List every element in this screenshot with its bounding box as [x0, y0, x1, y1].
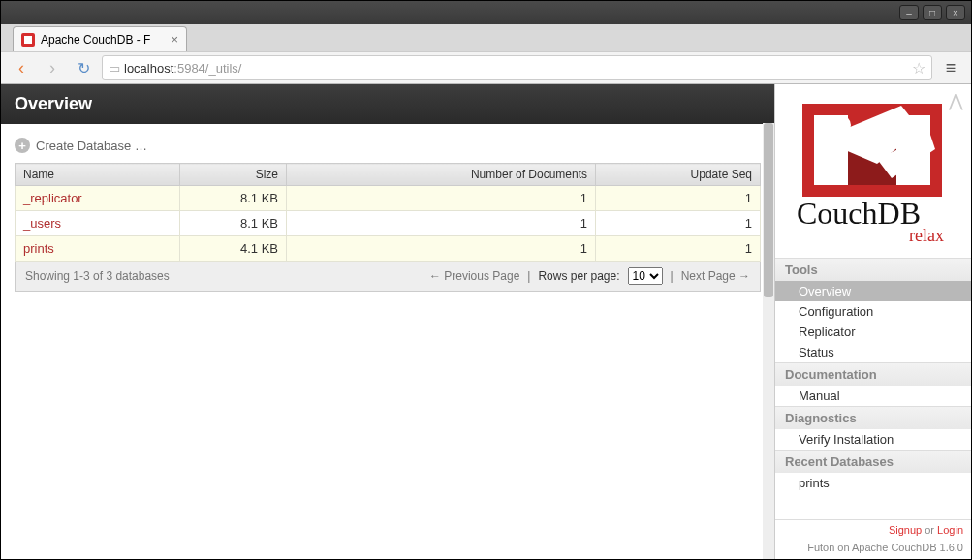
- sidebar-section-tools: Tools: [775, 258, 971, 281]
- db-size: 8.1 KB: [180, 186, 287, 211]
- collapse-sidebar-icon[interactable]: ⋀: [949, 90, 963, 111]
- auth-or: or: [922, 524, 937, 536]
- sidebar-section-diagnostics: Diagnostics: [775, 406, 971, 429]
- rows-per-page-label: Rows per page:: [538, 269, 619, 283]
- sidebar-section-recent: Recent Databases: [775, 450, 971, 473]
- table-row: _users 8.1 KB 1 1: [16, 211, 761, 236]
- db-docs: 1: [287, 211, 596, 236]
- reload-button[interactable]: ↻: [71, 55, 96, 80]
- sidebar-item-verify[interactable]: Verify Installation: [775, 429, 971, 450]
- col-seq[interactable]: Update Seq: [596, 164, 761, 186]
- rows-per-page-select[interactable]: 10: [628, 267, 663, 285]
- forward-button[interactable]: ›: [40, 55, 65, 80]
- main-body: + Create Database … Name Size Number of …: [1, 124, 774, 305]
- url-path: :5984/_utils/: [173, 61, 241, 76]
- table-header-row: Name Size Number of Documents Update Seq: [16, 164, 761, 186]
- url-host: localhost: [124, 61, 173, 76]
- browser-menu-button[interactable]: ≡: [938, 55, 963, 80]
- content: Overview + Create Database … Name Size N…: [1, 84, 971, 559]
- create-database-link[interactable]: + Create Database …: [15, 138, 761, 153]
- sidebar-item-status[interactable]: Status: [775, 342, 971, 362]
- page-icon: ▭: [109, 61, 120, 76]
- sidebar-section-documentation: Documentation: [775, 362, 971, 386]
- window-minimize-button[interactable]: –: [899, 5, 919, 20]
- tab-favicon-icon: [21, 33, 35, 47]
- os-titlebar: – □ ×: [1, 1, 971, 24]
- database-table: Name Size Number of Documents Update Seq…: [15, 163, 761, 262]
- create-database-label: Create Database …: [36, 139, 147, 153]
- window-close-button[interactable]: ×: [946, 5, 965, 20]
- sidebar-auth-footer: Signup or Login: [775, 519, 971, 540]
- signup-link[interactable]: Signup: [889, 524, 922, 536]
- sidebar-items-diagnostics: Verify Installation: [775, 429, 971, 450]
- sidebar-version: Futon on Apache CouchDB 1.6.0: [775, 540, 971, 559]
- svg-text:relax: relax: [909, 226, 944, 245]
- sidebar-item-replicator[interactable]: Replicator: [775, 322, 971, 342]
- login-link[interactable]: Login: [937, 524, 963, 536]
- couchdb-logo-icon: CouchDB relax: [785, 96, 959, 251]
- sidebar-items-documentation: Manual: [775, 386, 971, 406]
- db-seq: 1: [596, 236, 761, 262]
- col-size[interactable]: Size: [180, 164, 287, 186]
- tab-title: Apache CouchDB - F: [41, 33, 150, 47]
- showing-count: Showing 1-3 of 3 databases: [25, 269, 170, 283]
- next-page-link[interactable]: Next Page →: [681, 269, 750, 283]
- svg-text:CouchDB: CouchDB: [797, 196, 921, 231]
- sidebar-item-configuration[interactable]: Configuration: [775, 301, 971, 322]
- main-area: Overview + Create Database … Name Size N…: [1, 84, 775, 559]
- table-row: _replicator 8.1 KB 1 1: [16, 186, 761, 211]
- back-button[interactable]: ‹: [9, 55, 34, 80]
- scrollbar-thumb[interactable]: [764, 123, 773, 297]
- plus-icon: +: [15, 138, 30, 153]
- db-seq: 1: [596, 186, 761, 211]
- tab-close-icon[interactable]: ×: [171, 32, 178, 47]
- browser-tab[interactable]: Apache CouchDB - F ×: [13, 26, 187, 51]
- pager: ← Previous Page | Rows per page: 10 | Ne…: [429, 267, 750, 285]
- table-footer: Showing 1-3 of 3 databases ← Previous Pa…: [15, 262, 761, 292]
- db-docs: 1: [287, 186, 596, 211]
- sidebar-items-recent: prints: [775, 473, 971, 493]
- separator: |: [527, 269, 530, 283]
- sidebar: ⋀ CouchDB relax Tools Overview Configura…: [775, 84, 971, 559]
- db-size: 8.1 KB: [180, 211, 287, 236]
- browser-toolbar: ‹ › ↻ ▭ localhost:5984/_utils/ ☆ ≡: [1, 51, 971, 84]
- couchdb-logo[interactable]: CouchDB relax: [775, 84, 971, 258]
- separator: |: [671, 269, 674, 283]
- page-title: Overview: [1, 84, 774, 124]
- sidebar-item-recent-prints[interactable]: prints: [775, 473, 971, 493]
- main-scrollbar[interactable]: [763, 123, 774, 559]
- col-docs[interactable]: Number of Documents: [287, 164, 596, 186]
- db-link[interactable]: _replicator: [23, 191, 82, 205]
- db-link[interactable]: prints: [23, 241, 54, 256]
- prev-page-link[interactable]: ← Previous Page: [429, 269, 519, 283]
- sidebar-item-manual[interactable]: Manual: [775, 386, 971, 406]
- db-docs: 1: [287, 236, 596, 262]
- browser-tab-strip: Apache CouchDB - F ×: [1, 24, 971, 51]
- url-bar[interactable]: ▭ localhost:5984/_utils/ ☆: [102, 55, 932, 80]
- db-seq: 1: [596, 211, 761, 236]
- db-size: 4.1 KB: [180, 236, 287, 262]
- col-name[interactable]: Name: [16, 164, 180, 186]
- sidebar-items-tools: Overview Configuration Replicator Status: [775, 281, 971, 362]
- sidebar-item-overview[interactable]: Overview: [775, 281, 971, 301]
- db-link[interactable]: _users: [23, 216, 61, 231]
- table-row: prints 4.1 KB 1 1: [16, 236, 761, 262]
- bookmark-star-icon[interactable]: ☆: [912, 59, 925, 78]
- window-maximize-button[interactable]: □: [923, 5, 942, 20]
